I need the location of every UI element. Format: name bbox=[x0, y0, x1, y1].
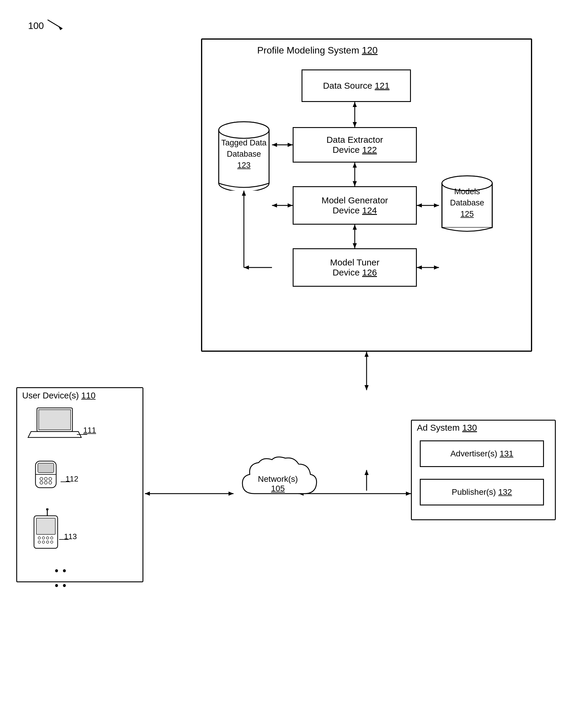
models-db: Models Database 125 bbox=[439, 174, 495, 234]
tagged-data-db: Tagged Data Database 123 bbox=[216, 120, 272, 191]
ad-system-title: Ad System 130 bbox=[417, 423, 477, 433]
svg-point-72 bbox=[42, 541, 45, 543]
device1-arrow bbox=[74, 430, 92, 439]
data-extractor-box: Data Extractor Device 122 bbox=[293, 127, 417, 162]
svg-point-59 bbox=[40, 481, 43, 484]
svg-rect-51 bbox=[39, 410, 71, 430]
svg-point-67 bbox=[38, 537, 40, 539]
svg-point-57 bbox=[44, 477, 47, 480]
figure-arrow-icon bbox=[46, 18, 64, 33]
svg-point-8 bbox=[219, 122, 269, 138]
svg-marker-40 bbox=[364, 385, 369, 390]
diagram: 100 Profile Modeling System 120 Data Sou… bbox=[0, 0, 588, 702]
svg-point-60 bbox=[44, 481, 47, 484]
svg-rect-66 bbox=[36, 518, 55, 535]
svg-marker-47 bbox=[406, 491, 411, 496]
network-cloud: Network(s) 105 bbox=[236, 455, 319, 502]
device2-arrow bbox=[59, 477, 74, 486]
svg-point-74 bbox=[50, 541, 53, 543]
svg-line-0 bbox=[47, 20, 63, 29]
svg-point-71 bbox=[38, 541, 40, 543]
svg-point-61 bbox=[49, 481, 52, 484]
data-source-box: Data Source 121 bbox=[302, 70, 411, 102]
dots-2: • • bbox=[55, 579, 67, 592]
svg-marker-44 bbox=[229, 491, 234, 496]
pms-title: Profile Modeling System 120 bbox=[257, 45, 377, 56]
dots-1: • • bbox=[55, 565, 67, 577]
svg-point-58 bbox=[49, 477, 52, 480]
svg-point-69 bbox=[46, 537, 49, 539]
svg-point-64 bbox=[46, 508, 48, 510]
phone-icon: 112 bbox=[27, 460, 65, 505]
svg-point-68 bbox=[42, 537, 45, 539]
laptop-icon: 111 bbox=[25, 405, 84, 451]
svg-marker-49 bbox=[364, 470, 369, 475]
user-devices-title: User Device(s) 110 bbox=[22, 391, 96, 400]
model-generator-box: Model Generator Device 124 bbox=[293, 186, 417, 225]
publisher-box: Publisher(s) 132 bbox=[420, 479, 544, 505]
device3-arrow bbox=[57, 535, 73, 544]
svg-marker-43 bbox=[145, 491, 150, 496]
advertiser-box: Advertiser(s) 131 bbox=[420, 440, 544, 467]
svg-point-70 bbox=[50, 537, 53, 539]
figure-label: 100 bbox=[28, 18, 64, 33]
svg-rect-55 bbox=[38, 463, 54, 473]
svg-point-73 bbox=[46, 541, 49, 543]
model-tuner-box: Model Tuner Device 126 bbox=[293, 248, 417, 287]
svg-marker-41 bbox=[364, 352, 369, 357]
svg-point-56 bbox=[40, 477, 43, 480]
mobile-icon: 113 bbox=[28, 508, 64, 557]
